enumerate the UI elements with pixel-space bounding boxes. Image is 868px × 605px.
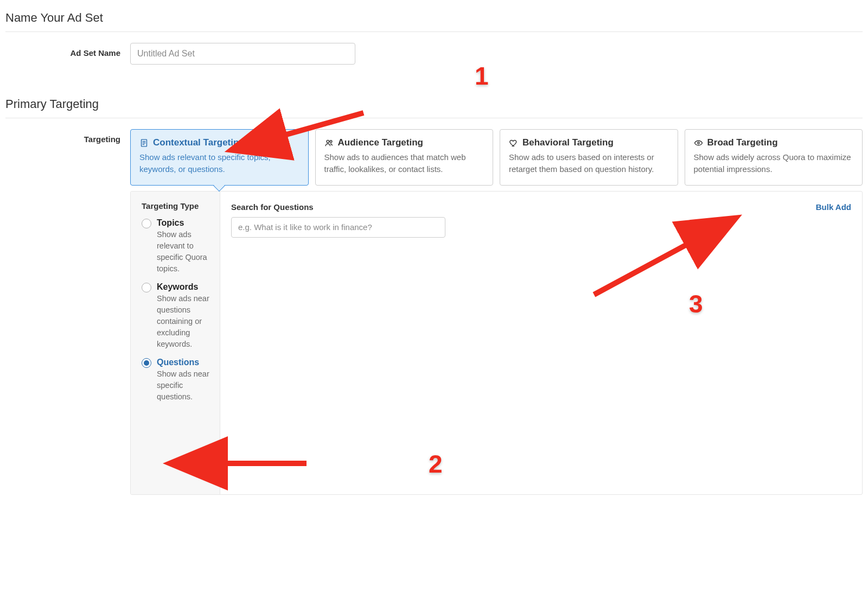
- annotation-arrow-2: [209, 453, 312, 474]
- svg-point-6: [697, 142, 699, 144]
- svg-line-7: [277, 113, 363, 137]
- radio-label: Keywords: [157, 282, 211, 292]
- card-title: Contextual Targeting: [153, 137, 245, 148]
- eye-icon: [694, 138, 703, 148]
- targeting-type-panel: Targeting Type Topics Show ads relevant …: [131, 192, 220, 494]
- radio-desc: Show ads near specific questions.: [157, 368, 211, 403]
- svg-line-9: [594, 240, 694, 295]
- card-desc: Show ads widely across Quora to maximize…: [694, 151, 854, 175]
- targeting-label: Targeting: [5, 129, 130, 144]
- annotation-number-3: 3: [689, 289, 703, 319]
- card-title: Behavioral Targeting: [522, 137, 614, 148]
- radio-desc: Show ads relevant to specific Quora topi…: [157, 229, 211, 275]
- adset-name-label: Ad Set Name: [5, 43, 130, 58]
- annotation-number-1: 1: [475, 61, 489, 91]
- radio-keywords[interactable]: Keywords Show ads near questions contain…: [142, 282, 211, 350]
- card-desc: Show ads relevant to specific topics, ke…: [139, 151, 299, 175]
- section-title-name: Name Your Ad Set: [5, 5, 863, 32]
- search-panel: Search for Questions Bulk Add: [220, 192, 862, 494]
- search-title: Search for Questions: [231, 202, 314, 212]
- targeting-subpanel: Targeting Type Topics Show ads relevant …: [130, 191, 863, 495]
- adset-name-input[interactable]: [130, 43, 355, 65]
- card-broad-targeting[interactable]: Broad Targeting Show ads widely across Q…: [685, 129, 863, 186]
- radio-dot-icon: [142, 283, 151, 292]
- targeting-row: Targeting Contextual Targeting Sh: [5, 129, 863, 495]
- radio-dot-icon: [142, 358, 151, 368]
- targeting-cards: Contextual Targeting Show ads relevant t…: [130, 129, 863, 186]
- radio-topics[interactable]: Topics Show ads relevant to specific Quo…: [142, 218, 211, 275]
- annotation-number-2: 2: [429, 449, 443, 479]
- radio-dot-icon: [142, 219, 151, 228]
- radio-questions[interactable]: Questions Show ads near specific questio…: [142, 358, 211, 403]
- targeting-type-title: Targeting Type: [142, 201, 211, 211]
- card-desc: Show ads to audiences that match web tra…: [324, 151, 484, 175]
- card-desc: Show ads to users based on interests or …: [509, 151, 669, 175]
- card-title: Broad Targeting: [707, 137, 778, 148]
- heart-icon: [509, 138, 518, 148]
- bulk-add-link[interactable]: Bulk Add: [816, 202, 851, 212]
- card-behavioral-targeting[interactable]: Behavioral Targeting Show ads to users b…: [500, 129, 678, 186]
- annotation-arrow-3: [586, 232, 705, 303]
- question-search-input[interactable]: [231, 217, 445, 238]
- radio-label: Questions: [157, 358, 211, 367]
- radio-desc: Show ads near questions containing or ex…: [157, 293, 211, 350]
- radio-label: Topics: [157, 218, 211, 228]
- adset-name-row: Ad Set Name: [5, 43, 863, 65]
- section-title-targeting: Primary Targeting: [5, 92, 863, 118]
- document-icon: [139, 138, 149, 148]
- annotation-arrow-1: [269, 110, 372, 148]
